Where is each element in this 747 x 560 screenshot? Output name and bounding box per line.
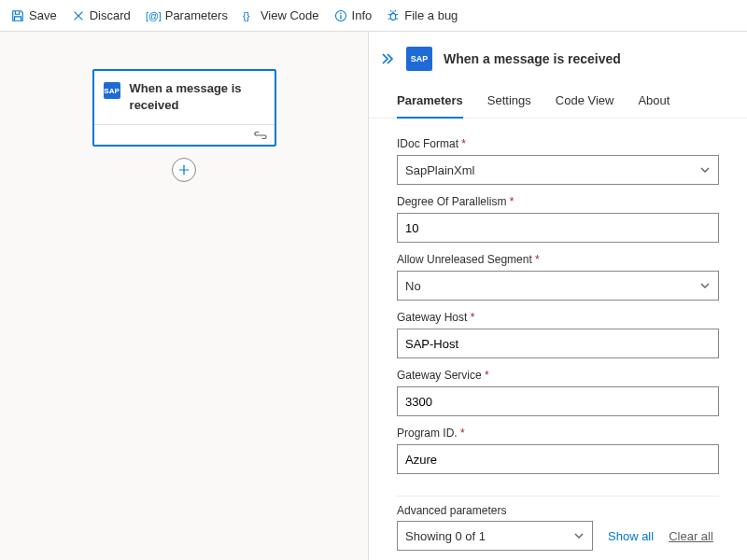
parameters-form: IDoc Format * SapPlainXml Degree Of Para… xyxy=(369,119,747,551)
chevron-down-icon xyxy=(573,530,585,541)
allow-unreleased-select[interactable]: No xyxy=(397,271,719,301)
idoc-format-value: SapPlainXml xyxy=(405,163,474,177)
file-bug-label: File a bug xyxy=(404,8,458,22)
advanced-parameters: Advanced parameters Showing 0 of 1 Show … xyxy=(397,496,719,551)
save-label: Save xyxy=(29,8,57,22)
info-button[interactable]: Info xyxy=(334,8,373,22)
advanced-label: Advanced parameters xyxy=(397,504,719,517)
gateway-host-input[interactable] xyxy=(397,329,719,358)
main: SAP When a message is received SAP When … xyxy=(0,32,747,560)
trigger-node-title: When a message is received xyxy=(130,80,265,113)
add-step-button[interactable] xyxy=(172,158,196,182)
designer-canvas: SAP When a message is received xyxy=(0,32,369,560)
panel-title: When a message is received xyxy=(444,51,621,66)
gateway-service-label: Gateway Service * xyxy=(397,369,719,382)
save-button[interactable]: Save xyxy=(11,8,57,22)
link-icon xyxy=(254,131,267,140)
degree-label: Degree Of Parallelism * xyxy=(397,195,719,208)
chevron-down-icon xyxy=(699,280,711,291)
gateway-service-input[interactable] xyxy=(397,386,719,416)
svg-text:[@]: [@] xyxy=(146,9,161,21)
tab-settings[interactable]: Settings xyxy=(487,86,531,118)
parameters-label: Parameters xyxy=(165,8,228,22)
panel-tabs: Parameters Settings Code View About xyxy=(369,86,747,119)
tab-parameters[interactable]: Parameters xyxy=(397,86,463,119)
sap-icon: SAP xyxy=(104,82,120,99)
show-all-link[interactable]: Show all xyxy=(608,529,654,543)
program-id-label: Program ID. * xyxy=(397,427,719,440)
view-code-label: View Code xyxy=(261,8,319,22)
info-icon xyxy=(334,9,347,22)
program-id-input[interactable] xyxy=(397,444,719,474)
svg-text:{}: {} xyxy=(243,9,250,21)
plus-icon xyxy=(177,163,190,176)
tab-code-view[interactable]: Code View xyxy=(556,86,614,118)
idoc-format-select[interactable]: SapPlainXml xyxy=(397,155,719,185)
chevron-down-icon xyxy=(699,164,711,175)
toolbar: Save Discard [@] Parameters {} View Code… xyxy=(0,0,747,32)
allow-unreleased-value: No xyxy=(405,279,421,293)
collapse-icon[interactable] xyxy=(380,52,395,65)
details-panel: SAP When a message is received Parameter… xyxy=(369,32,747,560)
advanced-showing: Showing 0 of 1 xyxy=(405,529,486,543)
info-label: Info xyxy=(352,8,373,22)
trigger-node[interactable]: SAP When a message is received xyxy=(92,69,276,147)
trigger-node-header: SAP When a message is received xyxy=(94,71,275,124)
parameters-button[interactable]: [@] Parameters xyxy=(146,8,228,22)
svg-point-5 xyxy=(390,13,396,20)
save-icon xyxy=(11,9,24,22)
file-bug-button[interactable]: File a bug xyxy=(387,8,458,22)
bug-icon xyxy=(387,9,400,22)
gateway-host-label: Gateway Host * xyxy=(397,311,719,324)
discard-label: Discard xyxy=(90,8,131,22)
view-code-button[interactable]: {} View Code xyxy=(243,8,319,22)
discard-button[interactable]: Discard xyxy=(72,8,131,22)
degree-input[interactable] xyxy=(397,213,719,243)
trigger-node-footer xyxy=(94,124,275,145)
svg-point-3 xyxy=(340,12,342,14)
close-icon xyxy=(72,9,85,22)
advanced-row: Showing 0 of 1 Show all Clear all xyxy=(397,521,719,551)
panel-header: SAP When a message is received xyxy=(369,32,747,80)
allow-unreleased-label: Allow Unreleased Segment * xyxy=(397,253,719,266)
idoc-format-label: IDoc Format * xyxy=(397,137,719,150)
sap-icon: SAP xyxy=(406,47,432,71)
braces-icon: {} xyxy=(243,9,256,22)
tab-about[interactable]: About xyxy=(638,86,669,118)
advanced-select[interactable]: Showing 0 of 1 xyxy=(397,521,593,551)
parameters-icon: [@] xyxy=(146,9,161,22)
clear-all-link[interactable]: Clear all xyxy=(669,529,713,543)
svg-rect-4 xyxy=(340,15,341,19)
